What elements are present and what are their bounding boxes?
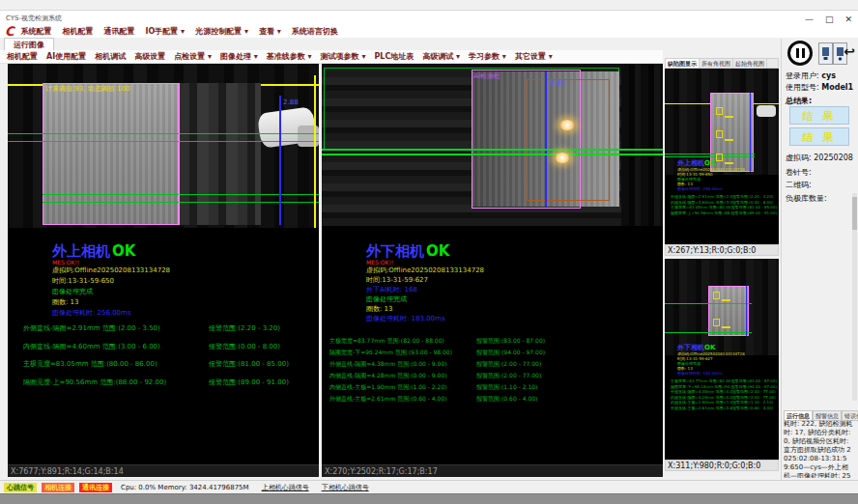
camera-icon bbox=[821, 46, 830, 61]
tool-advanced-debug[interactable]: 高级调试 ▾ bbox=[422, 51, 460, 62]
menu-item-io-config[interactable]: IO手配置 ▾ bbox=[146, 26, 186, 37]
menu-item-comm-config[interactable]: 通讯配置 bbox=[104, 26, 135, 37]
tool-other-settings[interactable]: 其它设置 ▾ bbox=[515, 51, 553, 62]
lower-thumbnail-view: 外下相机OK 虚拟码:Offline20250208133134728 时间:1… bbox=[665, 259, 779, 471]
tool-baseline-params[interactable]: 基准线参数 ▾ bbox=[267, 51, 312, 62]
electrode-region bbox=[43, 83, 179, 225]
thumbnail-measurement-table: 主极宽度=83.77mm 范围:(82.00 - 88.00)报警范围:(83.… bbox=[671, 378, 777, 410]
pause-button[interactable] bbox=[787, 41, 813, 66]
result-ok-label: OK bbox=[704, 159, 715, 167]
minimize-button[interactable]: — bbox=[805, 14, 814, 24]
mes-status-label: MES:OK!! bbox=[366, 259, 484, 266]
time-label: 时间:13-31-59-650 bbox=[52, 276, 170, 287]
upper-thumbnail-cursor-status: X:267;Y:13;R:0;G:0;B:0 bbox=[665, 244, 779, 256]
toolbar: 相机配置 AI使用配置 相机调试 高级设置 点检设置 ▾ 图像处理 ▾ 基准线参… bbox=[0, 50, 663, 64]
tab-run-image[interactable]: 运行图像 bbox=[4, 38, 54, 51]
measure-cell: 内侧直线-隔圈=4.60mm 范围:(3.00 - 6.00) bbox=[23, 342, 209, 360]
menu-item-view[interactable]: 查看 ▾ bbox=[259, 26, 281, 37]
measurement-row: 内侧直线-隔圈=4.60mm 范围:(3.00 - 6.00)报警范围:(0.0… bbox=[23, 342, 313, 360]
machine-region bbox=[621, 64, 663, 226]
reflection-highlight bbox=[559, 120, 575, 130]
upper-thumbnail-image[interactable]: 外上相机OK 虚拟码:Offline20250208133134728 时间:1… bbox=[665, 69, 779, 244]
panel-scrollbar[interactable] bbox=[852, 193, 857, 401]
close-button[interactable]: ✕ bbox=[844, 14, 852, 24]
measurement-line-blue bbox=[279, 96, 281, 225]
result-box-lower: 结 果 bbox=[789, 127, 849, 146]
tool-ai-config[interactable]: AI使用配置 bbox=[46, 51, 86, 62]
tool-spot-check[interactable]: 点检设置 ▾ bbox=[174, 51, 212, 62]
alarm-cell: 报警范围:(89.00 - 91.00) bbox=[209, 378, 289, 396]
upper-camera-view[interactable]: 计算阈值:93, 动态阈值:100 2.88 外上相机OK MES:OK!! 虚… bbox=[8, 64, 319, 477]
elapsed-label: 图像处理耗时: 183.00ms bbox=[677, 371, 745, 376]
comm-connection-indicator: 通讯连接 bbox=[79, 483, 112, 492]
scrollbar-thumb[interactable] bbox=[852, 197, 857, 230]
window-title: CYS-视觉检测系统 bbox=[6, 14, 62, 23]
tool-camera-config[interactable]: 相机配置 bbox=[7, 51, 38, 62]
measurement-row: 隔圈宽度-下=95.24mm 范围:(93.00 - 98.00)报警范围:(9… bbox=[329, 349, 660, 360]
upper-measurement-table: 外侧直线-隔圈=2.91mm 范围:(2.00 - 3.50)报警范围:(2.2… bbox=[23, 323, 313, 395]
process-done-label: 图像处理完成 bbox=[366, 294, 484, 304]
machine-region bbox=[180, 83, 261, 225]
model-label: 使用型号: bbox=[786, 83, 819, 92]
boundary-line-yellow bbox=[314, 75, 316, 228]
measurement-line-green bbox=[665, 303, 752, 304]
tool-learn-params[interactable]: 学习参数 ▾ bbox=[469, 51, 506, 62]
return-arrow-icon: ↩ bbox=[844, 43, 855, 59]
measure-cell: 隔圈宽度-上=90.56mm 范围:(88.00 - 92.00) bbox=[671, 210, 731, 216]
app-status-bar: 心跳信号 相机连接 通讯连接 Cpu: 0.0% Memory: 3424.41… bbox=[0, 480, 858, 493]
measurement-line-green bbox=[665, 154, 755, 154]
upper-camera-toggle-button[interactable] bbox=[818, 42, 833, 65]
camera-connection-indicator: 相机连接 bbox=[42, 483, 74, 492]
maximize-button[interactable]: □ bbox=[825, 14, 834, 24]
defect-marker bbox=[713, 292, 720, 299]
tab-all-corner-view[interactable]: 所有角视图 bbox=[700, 59, 733, 68]
tool-plc-table[interactable]: PLC地址表 bbox=[374, 51, 414, 62]
alarm-cell: 报警范围:(0.60 - 4.00) bbox=[476, 395, 537, 406]
menu-item-camera-config[interactable]: 相机配置 bbox=[63, 26, 94, 37]
measurement-line-blue bbox=[746, 286, 747, 336]
measure-cell: 隔圈宽度-下=95.24mm 范围:(93.00 - 98.00) bbox=[329, 349, 476, 360]
defect-callout bbox=[725, 116, 733, 118]
lower-thumbnail-cursor-status: X:311;Y:980;R:0;G:0;B:0 bbox=[665, 460, 779, 471]
measurement-row: 外侧直线-主极=2.61mm 范围:(0.60 - 4.00)报警范围:(0.6… bbox=[329, 395, 660, 406]
process-done-label: 图像处理完成 bbox=[52, 287, 170, 297]
camera-name-label: 外上相机 bbox=[677, 159, 704, 167]
tool-camera-debug[interactable]: 相机调试 bbox=[95, 51, 126, 62]
lower-cursor-status: X:270;Y:2502;R:17;G:17;B:17 bbox=[322, 464, 663, 477]
lower-thumbnail-image[interactable]: 外下相机OK 虚拟码:Offline20250208133134728 时间:1… bbox=[665, 259, 779, 460]
login-user-label: 登录用户: bbox=[786, 71, 819, 80]
tab-defect-image[interactable]: 缺陷图显示 bbox=[666, 59, 700, 68]
run-log-text: 耗时: 222, 缺陷检测耗时: 17, 缺陷分类耗时: 0, 缺陷视频分区耗时… bbox=[784, 420, 853, 478]
menu-item-language[interactable]: 系统语言切换 bbox=[292, 26, 338, 37]
time-label: 时间:13-31-59-627 bbox=[366, 275, 484, 285]
measurement-row: 外侧直线-隔圈=2.91mm 范围:(2.00 - 3.50)报警范围:(2.2… bbox=[23, 323, 313, 342]
ai-elapsed-label: 外下AI耗时: 168 bbox=[366, 285, 484, 294]
measurement-row: 隔圈宽度-上=90.56mm 范围:(88.00 - 92.00)报警范围:(8… bbox=[23, 378, 313, 396]
defect-marker bbox=[716, 130, 723, 138]
upper-camera-heartbeat-link: 上相机心跳信号 bbox=[262, 483, 309, 492]
thumbnail-tab-strip: 缺陷图显示 所有角视图 起始角视图 bbox=[665, 58, 779, 69]
measure-cell: 外侧直线-主极=2.61mm 范围:(0.60 - 4.00) bbox=[671, 406, 732, 411]
desktop: CYS-视觉检测系统 — □ ✕ C 系统配置 相机配置 通讯配置 IO手配置 … bbox=[0, 0, 858, 504]
menu-item-light-config[interactable]: 光源控制配置 ▾ bbox=[195, 26, 248, 37]
tool-image-processing[interactable]: 图像处理 ▾ bbox=[220, 51, 258, 62]
alarm-cell: 报警范围:(83.00 - 87.00) bbox=[476, 337, 545, 349]
tool-test-params[interactable]: 测试项参数 ▾ bbox=[321, 51, 366, 62]
mes-status-label: MES:OK!! bbox=[52, 259, 170, 266]
return-arrow-button[interactable]: ↩ bbox=[844, 43, 855, 59]
measure-cell: 外侧直线-隔圈=4.38mm 范围:(0.00 - 9.00) bbox=[329, 360, 476, 372]
model-value: Model1 bbox=[821, 83, 853, 92]
defect-callout bbox=[725, 139, 733, 141]
app-window: CYS-视觉检测系统 — □ ✕ C 系统配置 相机配置 通讯配置 IO手配置 … bbox=[0, 0, 858, 494]
ai-box-label: AI检测框 bbox=[473, 71, 500, 81]
thumbnail-result-overlay: 外上相机OK 虚拟码:Offline20250208133134728 时间:1… bbox=[677, 159, 745, 191]
measurement-line-green bbox=[322, 154, 663, 155]
defect-callout bbox=[722, 299, 730, 301]
app-logo-icon: C bbox=[5, 25, 14, 38]
reflection-highlight bbox=[555, 153, 570, 163]
lower-measurement-table: 主极宽度=83.77mm 范围:(82.00 - 88.00)报警范围:(83.… bbox=[329, 337, 660, 406]
menu-item-system-config[interactable]: 系统配置 bbox=[21, 26, 52, 37]
tool-advanced-settings[interactable]: 高级设置 bbox=[134, 51, 165, 62]
tab-start-corner-view[interactable]: 起始角视图 bbox=[733, 59, 767, 68]
lower-camera-view[interactable]: AI检测框 2.88 外下相机OK MES:OK!! 虚拟码:Offline20… bbox=[322, 64, 663, 477]
